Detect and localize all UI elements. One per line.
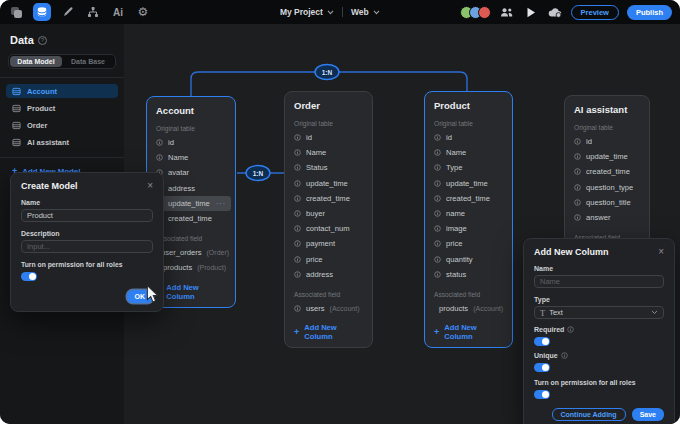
field-row[interactable]: update_time <box>574 149 640 164</box>
collaborator-avatars[interactable] <box>460 6 491 19</box>
field-info-icon <box>294 305 301 312</box>
sidebar-item-account[interactable]: Account <box>6 84 118 98</box>
data-icon[interactable] <box>33 3 51 21</box>
associated-field-row[interactable]: user_orders(Order) <box>156 245 226 260</box>
app-logo-icon[interactable] <box>8 4 24 20</box>
field-info-icon <box>434 195 441 202</box>
table-icon <box>12 87 21 96</box>
entity-card-ai-assistant[interactable]: AI assistantOriginal tableidupdate_timec… <box>564 95 650 251</box>
original-table-label: Original table <box>434 120 503 127</box>
field-row[interactable]: Type <box>434 160 503 175</box>
associated-field-label: Associated field <box>294 291 363 298</box>
field-row[interactable]: update_time <box>294 176 363 191</box>
field-row[interactable]: created_time <box>574 164 640 179</box>
field-row[interactable]: quantity <box>434 252 503 267</box>
chevron-down-icon <box>651 310 658 315</box>
actionflow-icon[interactable] <box>85 4 101 20</box>
field-row[interactable]: avatar <box>156 165 226 180</box>
entity-card-order[interactable]: OrderOriginal tableidNameStatusupdate_ti… <box>284 91 373 348</box>
sidebar-item-ai-assistant[interactable]: AI assistant <box>6 135 118 149</box>
field-row[interactable]: Status <box>294 160 363 175</box>
continue-adding-button[interactable]: Continue Adding <box>552 408 626 421</box>
permission-label: Turn on permission for all roles <box>534 379 664 386</box>
unique-toggle[interactable] <box>534 363 550 372</box>
field-row[interactable]: Name <box>156 150 226 165</box>
field-info-icon <box>434 134 441 141</box>
field-row[interactable]: image <box>434 221 503 236</box>
model-description-input[interactable]: Input... <box>21 240 153 253</box>
field-row[interactable]: created_time <box>434 191 503 206</box>
tab-data-model[interactable]: Data Model <box>10 56 62 67</box>
associated-field-row[interactable]: users(Account) <box>294 301 363 316</box>
field-row[interactable]: name <box>434 206 503 221</box>
close-icon[interactable]: × <box>147 182 153 190</box>
associated-field-row[interactable]: products(Account) <box>434 301 503 316</box>
field-info-icon <box>434 180 441 187</box>
entity-title: Account <box>156 97 226 116</box>
description-label: Description <box>21 230 153 237</box>
ai-icon[interactable]: Ai <box>110 4 126 20</box>
type-label: Type <box>534 296 664 303</box>
field-row[interactable]: id <box>294 130 363 145</box>
design-icon[interactable] <box>60 4 76 20</box>
tab-data-base[interactable]: Data Base <box>62 56 114 67</box>
associated-field-row[interactable]: products(Product) <box>156 260 226 275</box>
field-row[interactable]: answer <box>574 210 640 225</box>
field-info-icon <box>294 240 301 247</box>
build-cloud-icon[interactable] <box>547 4 563 20</box>
field-row[interactable]: question_type <box>574 180 640 195</box>
preview-button[interactable]: Preview <box>571 5 619 20</box>
field-row[interactable]: Name <box>434 145 503 160</box>
close-icon[interactable]: × <box>658 248 664 256</box>
add-new-column-button[interactable]: +Add New Column <box>434 323 503 341</box>
relation-badge[interactable]: 1:N <box>315 65 339 80</box>
settings-icon[interactable]: ⚙ <box>135 4 151 20</box>
platform-switcher[interactable]: Web <box>351 7 380 17</box>
plus-icon: + <box>294 327 299 337</box>
help-icon[interactable]: ? <box>38 36 47 45</box>
ok-button[interactable]: OK <box>127 290 154 303</box>
collaborators-icon[interactable] <box>499 4 515 20</box>
row-menu-icon[interactable]: ··· <box>216 200 226 207</box>
original-table-label: Original table <box>574 124 640 131</box>
sidebar-item-product[interactable]: Product <box>6 101 118 115</box>
field-info-icon <box>574 214 581 221</box>
field-row[interactable]: question_title <box>574 195 640 210</box>
name-label: Name <box>21 199 153 206</box>
field-row[interactable]: id <box>434 130 503 145</box>
permission-toggle[interactable] <box>534 390 550 399</box>
field-row[interactable]: created_time <box>156 211 226 226</box>
publish-button[interactable]: Publish <box>627 5 672 20</box>
add-new-column-button[interactable]: +Add New Column <box>156 283 226 301</box>
add-new-column-button[interactable]: +Add New Column <box>294 323 363 341</box>
required-toggle[interactable] <box>534 337 550 346</box>
project-switcher[interactable]: My Project <box>280 7 334 17</box>
field-row[interactable]: payment <box>294 236 363 251</box>
panel-title: Data <box>10 34 34 46</box>
column-type-select[interactable]: T Text <box>534 306 664 319</box>
field-row[interactable]: address <box>294 267 363 282</box>
field-row[interactable]: address <box>156 181 226 196</box>
save-button[interactable]: Save <box>632 408 664 421</box>
field-row[interactable]: buyer <box>294 206 363 221</box>
field-info-icon <box>294 195 301 202</box>
field-row[interactable]: id <box>156 135 226 150</box>
sidebar-item-order[interactable]: Order <box>6 118 118 132</box>
field-row[interactable]: price <box>434 236 503 251</box>
original-table-label: Original table <box>294 120 363 127</box>
field-row[interactable]: Name <box>294 145 363 160</box>
field-row[interactable]: update_time <box>434 176 503 191</box>
entity-card-product[interactable]: ProductOriginal tableidNameTypeupdate_ti… <box>424 91 513 348</box>
field-row[interactable]: id <box>574 134 640 149</box>
column-name-input[interactable]: Name <box>534 275 664 288</box>
field-row[interactable]: contact_num <box>294 221 363 236</box>
field-row[interactable]: price <box>294 252 363 267</box>
permission-toggle[interactable] <box>21 272 37 281</box>
model-name-input[interactable]: Product <box>21 209 153 222</box>
run-icon[interactable] <box>523 4 539 20</box>
table-icon <box>12 104 21 113</box>
entity-title: AI assistant <box>574 96 640 115</box>
field-row[interactable]: created_time <box>294 191 363 206</box>
relation-badge[interactable]: 1:N <box>246 166 270 181</box>
field-row[interactable]: status <box>434 267 503 282</box>
